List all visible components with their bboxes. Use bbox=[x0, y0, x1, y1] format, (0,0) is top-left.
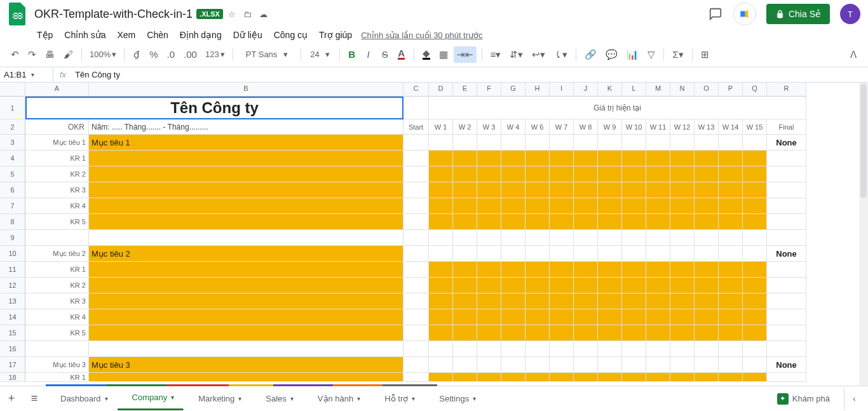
cell[interactable] bbox=[526, 341, 550, 357]
cell[interactable] bbox=[550, 373, 574, 382]
cell[interactable] bbox=[89, 373, 403, 382]
link-icon[interactable]: 🔗 bbox=[581, 46, 600, 63]
cell[interactable] bbox=[453, 214, 477, 230]
menu-data[interactable]: Dữ liệu bbox=[231, 29, 265, 41]
font-select[interactable]: PT Sans ▾ bbox=[238, 46, 295, 63]
cell[interactable] bbox=[622, 262, 646, 278]
week-header[interactable]: W 12 bbox=[670, 119, 695, 135]
cell[interactable] bbox=[598, 341, 622, 357]
cell[interactable] bbox=[695, 151, 719, 166]
cell[interactable] bbox=[429, 278, 453, 293]
cell[interactable] bbox=[501, 357, 526, 373]
col-header[interactable]: N bbox=[670, 83, 695, 97]
cell[interactable] bbox=[574, 309, 598, 325]
cell[interactable] bbox=[743, 246, 767, 262]
row-header[interactable]: 16 bbox=[0, 341, 25, 357]
cell[interactable] bbox=[550, 325, 574, 341]
cell[interactable] bbox=[429, 341, 453, 357]
cell[interactable] bbox=[622, 151, 646, 166]
cell[interactable] bbox=[719, 373, 743, 382]
cell[interactable] bbox=[453, 357, 477, 373]
muctieu-cell[interactable]: Mục tiêu 2 bbox=[89, 246, 403, 262]
cell[interactable] bbox=[719, 357, 743, 373]
col-header[interactable]: F bbox=[477, 83, 501, 97]
cell[interactable] bbox=[622, 246, 646, 262]
cell[interactable] bbox=[453, 262, 477, 278]
cell[interactable] bbox=[622, 309, 646, 325]
tab-vanhanh[interactable]: Vận hành▾ bbox=[303, 386, 370, 410]
cell[interactable] bbox=[550, 341, 574, 357]
cell[interactable] bbox=[25, 230, 89, 246]
cell[interactable] bbox=[719, 230, 743, 246]
cell[interactable] bbox=[526, 293, 550, 309]
final-cell[interactable]: None bbox=[767, 135, 806, 151]
cell[interactable] bbox=[743, 135, 767, 151]
cell[interactable] bbox=[429, 166, 453, 182]
cell[interactable] bbox=[477, 166, 501, 182]
all-sheets-icon[interactable]: ≡ bbox=[23, 387, 46, 410]
inc-decimal-icon[interactable]: .00 bbox=[180, 46, 200, 63]
cell[interactable] bbox=[574, 278, 598, 293]
row-header[interactable]: 6 bbox=[0, 182, 25, 198]
menu-file[interactable]: Tệp bbox=[34, 29, 55, 41]
tab-dashboard[interactable]: Dashboard▾ bbox=[46, 386, 118, 410]
cell[interactable] bbox=[670, 373, 695, 382]
cell[interactable] bbox=[646, 182, 670, 198]
cell[interactable] bbox=[477, 341, 501, 357]
account-avatar[interactable]: T bbox=[840, 4, 860, 24]
col-header[interactable]: G bbox=[501, 83, 526, 97]
comments-icon[interactable] bbox=[708, 6, 723, 22]
cell[interactable] bbox=[403, 262, 429, 278]
final-cell[interactable]: None bbox=[767, 246, 806, 262]
cell[interactable] bbox=[670, 198, 695, 214]
cell[interactable] bbox=[622, 166, 646, 182]
week-header[interactable]: W 14 bbox=[719, 119, 743, 135]
company-title-cell[interactable]: Tên Công ty bbox=[25, 97, 403, 119]
cell[interactable] bbox=[526, 262, 550, 278]
muctieu-cell[interactable]: Mục tiêu 3 bbox=[89, 357, 403, 373]
cell[interactable] bbox=[453, 230, 477, 246]
cell[interactable] bbox=[403, 278, 429, 293]
cell[interactable] bbox=[670, 293, 695, 309]
cell[interactable] bbox=[767, 230, 806, 246]
cell[interactable] bbox=[719, 293, 743, 309]
cell[interactable] bbox=[646, 357, 670, 373]
cell[interactable] bbox=[695, 135, 719, 151]
cell[interactable] bbox=[598, 182, 622, 198]
cell[interactable] bbox=[767, 309, 806, 325]
menu-edit[interactable]: Chỉnh sửa bbox=[62, 29, 108, 41]
cell[interactable] bbox=[743, 214, 767, 230]
cell[interactable] bbox=[719, 135, 743, 151]
cell[interactable] bbox=[646, 151, 670, 166]
cell[interactable] bbox=[403, 373, 429, 382]
cell[interactable] bbox=[501, 230, 526, 246]
comment-icon[interactable]: 💬 bbox=[602, 46, 621, 63]
percent-icon[interactable]: % bbox=[146, 46, 161, 63]
cloud-icon[interactable]: ☁ bbox=[259, 10, 268, 19]
week-header[interactable]: W 2 bbox=[453, 119, 477, 135]
cell[interactable] bbox=[550, 357, 574, 373]
cell[interactable] bbox=[429, 214, 453, 230]
row-header[interactable]: 15 bbox=[0, 325, 25, 341]
addons-icon[interactable]: ⊞ bbox=[698, 46, 712, 63]
side-panel-toggle-icon[interactable]: ‹ bbox=[844, 387, 864, 410]
cell[interactable] bbox=[622, 198, 646, 214]
cell[interactable] bbox=[526, 198, 550, 214]
cell[interactable] bbox=[89, 230, 403, 246]
cell[interactable] bbox=[695, 341, 719, 357]
currency-icon[interactable]: ₫ bbox=[130, 46, 144, 63]
cell[interactable] bbox=[453, 341, 477, 357]
col-header[interactable]: E bbox=[453, 83, 477, 97]
row-header[interactable]: 13 bbox=[0, 293, 25, 309]
cell[interactable] bbox=[526, 325, 550, 341]
cell[interactable] bbox=[501, 325, 526, 341]
col-header[interactable]: L bbox=[622, 83, 646, 97]
week-header[interactable]: W 1 bbox=[429, 119, 453, 135]
row-header[interactable]: 9 bbox=[0, 230, 25, 246]
cell[interactable] bbox=[501, 182, 526, 198]
cell[interactable] bbox=[695, 198, 719, 214]
cell[interactable] bbox=[743, 262, 767, 278]
add-sheet-icon[interactable]: + bbox=[0, 387, 23, 410]
cell[interactable] bbox=[501, 166, 526, 182]
cell[interactable] bbox=[670, 214, 695, 230]
